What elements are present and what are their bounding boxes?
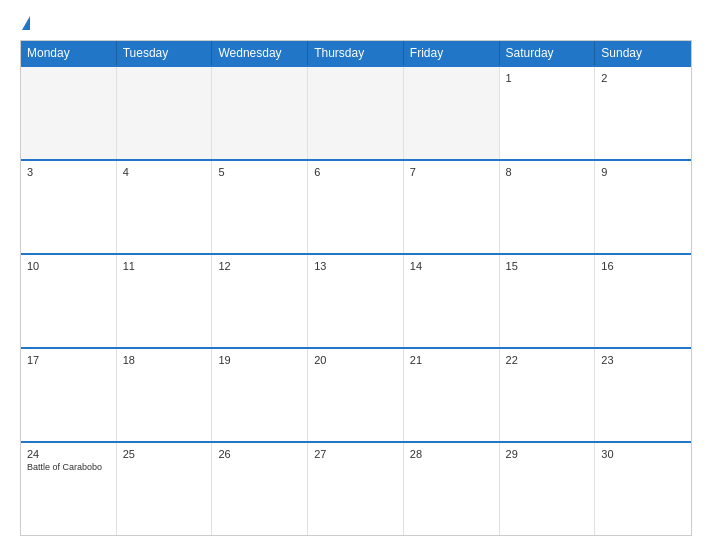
day-number: 13 (314, 260, 397, 272)
calendar-cell: 15 (500, 255, 596, 347)
calendar-cell: 1 (500, 67, 596, 159)
day-number: 25 (123, 448, 206, 460)
calendar-cell: 3 (21, 161, 117, 253)
day-event: Battle of Carabobo (27, 462, 110, 473)
day-number: 18 (123, 354, 206, 366)
calendar-header-day: Monday (21, 41, 117, 65)
calendar-cell (212, 67, 308, 159)
calendar-week-row: 17181920212223 (21, 347, 691, 441)
day-number: 29 (506, 448, 589, 460)
day-number: 7 (410, 166, 493, 178)
logo-triangle-icon (22, 16, 30, 30)
calendar-cell: 10 (21, 255, 117, 347)
calendar-cell: 26 (212, 443, 308, 535)
day-number: 30 (601, 448, 685, 460)
day-number: 1 (506, 72, 589, 84)
calendar-week-row: 10111213141516 (21, 253, 691, 347)
day-number: 28 (410, 448, 493, 460)
calendar-cell: 28 (404, 443, 500, 535)
calendar-week-row: 24Battle of Carabobo252627282930 (21, 441, 691, 535)
day-number: 2 (601, 72, 685, 84)
calendar-cell: 4 (117, 161, 213, 253)
day-number: 9 (601, 166, 685, 178)
calendar-cell (308, 67, 404, 159)
calendar-cell: 29 (500, 443, 596, 535)
calendar-cell (404, 67, 500, 159)
calendar-header-day: Sunday (595, 41, 691, 65)
calendar-header-day: Wednesday (212, 41, 308, 65)
calendar-body: 123456789101112131415161718192021222324B… (21, 65, 691, 535)
calendar-header-day: Friday (404, 41, 500, 65)
day-number: 16 (601, 260, 685, 272)
calendar-cell: 20 (308, 349, 404, 441)
logo-block (20, 18, 30, 30)
calendar-header-day: Tuesday (117, 41, 213, 65)
day-number: 11 (123, 260, 206, 272)
day-number: 20 (314, 354, 397, 366)
calendar-cell: 18 (117, 349, 213, 441)
day-number: 3 (27, 166, 110, 178)
calendar-cell: 30 (595, 443, 691, 535)
calendar-header-day: Thursday (308, 41, 404, 65)
calendar-cell: 6 (308, 161, 404, 253)
calendar-cell: 19 (212, 349, 308, 441)
calendar-cell: 5 (212, 161, 308, 253)
calendar-cell: 23 (595, 349, 691, 441)
calendar-cell: 17 (21, 349, 117, 441)
day-number: 27 (314, 448, 397, 460)
calendar-cell: 27 (308, 443, 404, 535)
day-number: 4 (123, 166, 206, 178)
calendar: MondayTuesdayWednesdayThursdayFridaySatu… (20, 40, 692, 536)
day-number: 22 (506, 354, 589, 366)
calendar-cell: 25 (117, 443, 213, 535)
header (20, 18, 692, 30)
calendar-header-day: Saturday (500, 41, 596, 65)
calendar-cell: 2 (595, 67, 691, 159)
calendar-cell: 22 (500, 349, 596, 441)
calendar-cell: 21 (404, 349, 500, 441)
calendar-cell: 13 (308, 255, 404, 347)
calendar-cell: 24Battle of Carabobo (21, 443, 117, 535)
day-number: 21 (410, 354, 493, 366)
day-number: 12 (218, 260, 301, 272)
day-number: 15 (506, 260, 589, 272)
page: MondayTuesdayWednesdayThursdayFridaySatu… (0, 0, 712, 550)
calendar-header: MondayTuesdayWednesdayThursdayFridaySatu… (21, 41, 691, 65)
calendar-cell: 14 (404, 255, 500, 347)
calendar-cell: 8 (500, 161, 596, 253)
calendar-cell: 12 (212, 255, 308, 347)
logo (20, 18, 30, 30)
calendar-cell (117, 67, 213, 159)
day-number: 6 (314, 166, 397, 178)
calendar-week-row: 12 (21, 65, 691, 159)
day-number: 14 (410, 260, 493, 272)
day-number: 10 (27, 260, 110, 272)
calendar-week-row: 3456789 (21, 159, 691, 253)
calendar-cell: 7 (404, 161, 500, 253)
day-number: 19 (218, 354, 301, 366)
calendar-cell (21, 67, 117, 159)
calendar-cell: 9 (595, 161, 691, 253)
day-number: 17 (27, 354, 110, 366)
day-number: 24 (27, 448, 110, 460)
day-number: 5 (218, 166, 301, 178)
calendar-cell: 16 (595, 255, 691, 347)
day-number: 8 (506, 166, 589, 178)
day-number: 26 (218, 448, 301, 460)
day-number: 23 (601, 354, 685, 366)
calendar-cell: 11 (117, 255, 213, 347)
